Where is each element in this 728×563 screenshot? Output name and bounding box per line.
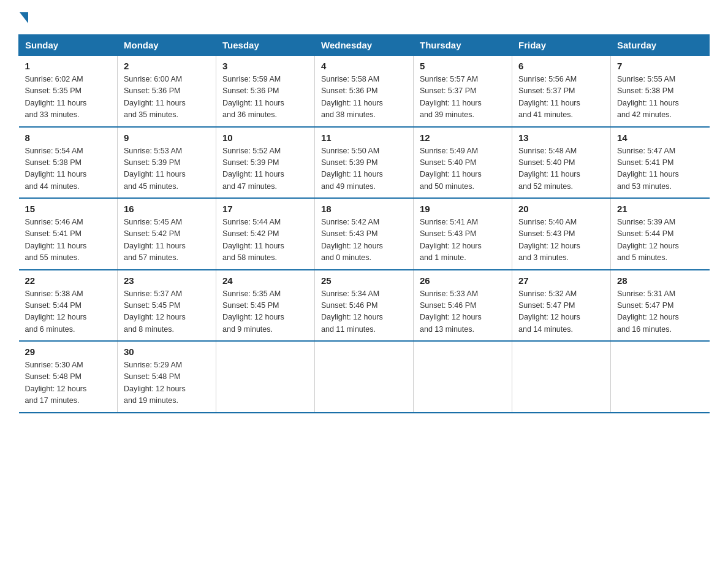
day-number: 21 <box>617 204 703 214</box>
calendar-cell: 23 Sunrise: 5:37 AMSunset: 5:45 PMDaylig… <box>118 270 216 342</box>
day-info: Sunrise: 5:41 AMSunset: 5:43 PMDaylight:… <box>420 216 506 264</box>
day-number: 5 <box>420 61 506 71</box>
calendar-cell: 11 Sunrise: 5:50 AMSunset: 5:39 PMDaylig… <box>315 127 414 199</box>
calendar-cell: 16 Sunrise: 5:45 AMSunset: 5:42 PMDaylig… <box>118 198 216 270</box>
header-wednesday: Wednesday <box>315 35 414 56</box>
calendar-cell: 29 Sunrise: 5:30 AMSunset: 5:48 PMDaylig… <box>19 341 118 413</box>
day-info: Sunrise: 5:39 AMSunset: 5:44 PMDaylight:… <box>617 216 703 264</box>
day-info: Sunrise: 5:48 AMSunset: 5:40 PMDaylight:… <box>518 145 604 193</box>
header-saturday: Saturday <box>611 35 710 56</box>
day-number: 27 <box>518 275 604 286</box>
day-number: 23 <box>124 275 210 286</box>
day-info: Sunrise: 5:53 AMSunset: 5:39 PMDaylight:… <box>124 145 210 193</box>
calendar-header-row: SundayMondayTuesdayWednesdayThursdayFrid… <box>19 35 710 56</box>
day-info: Sunrise: 5:30 AMSunset: 5:48 PMDaylight:… <box>25 359 112 407</box>
day-info: Sunrise: 5:35 AMSunset: 5:45 PMDaylight:… <box>222 288 308 336</box>
day-number: 24 <box>222 275 308 286</box>
day-number: 28 <box>617 275 703 286</box>
calendar-cell: 20 Sunrise: 5:40 AMSunset: 5:43 PMDaylig… <box>512 198 611 270</box>
calendar-cell: 8 Sunrise: 5:54 AMSunset: 5:38 PMDayligh… <box>19 127 118 199</box>
day-number: 17 <box>222 204 308 214</box>
day-info: Sunrise: 5:59 AMSunset: 5:36 PMDaylight:… <box>222 74 308 121</box>
header-friday: Friday <box>512 35 611 56</box>
day-info: Sunrise: 5:46 AMSunset: 5:41 PMDaylight:… <box>25 216 112 264</box>
day-info: Sunrise: 5:49 AMSunset: 5:40 PMDaylight:… <box>420 145 506 193</box>
calendar-cell: 4 Sunrise: 5:58 AMSunset: 5:36 PMDayligh… <box>315 56 414 127</box>
day-info: Sunrise: 5:31 AMSunset: 5:47 PMDaylight:… <box>617 288 703 336</box>
day-info: Sunrise: 5:44 AMSunset: 5:42 PMDaylight:… <box>222 216 308 264</box>
day-info: Sunrise: 6:00 AMSunset: 5:36 PMDaylight:… <box>124 74 210 121</box>
day-number: 11 <box>321 132 407 143</box>
calendar-cell <box>414 341 512 413</box>
calendar-table: SundayMondayTuesdayWednesdayThursdayFrid… <box>18 34 710 413</box>
calendar-cell: 13 Sunrise: 5:48 AMSunset: 5:40 PMDaylig… <box>512 127 611 199</box>
calendar-cell: 30 Sunrise: 5:29 AMSunset: 5:48 PMDaylig… <box>118 341 216 413</box>
day-info: Sunrise: 5:47 AMSunset: 5:41 PMDaylight:… <box>617 145 703 193</box>
day-number: 13 <box>518 132 604 143</box>
day-number: 14 <box>617 132 703 143</box>
calendar-cell: 3 Sunrise: 5:59 AMSunset: 5:36 PMDayligh… <box>216 56 315 127</box>
day-info: Sunrise: 5:34 AMSunset: 5:46 PMDaylight:… <box>321 288 407 336</box>
calendar-cell: 10 Sunrise: 5:52 AMSunset: 5:39 PMDaylig… <box>216 127 315 199</box>
calendar-cell: 27 Sunrise: 5:32 AMSunset: 5:47 PMDaylig… <box>512 270 611 342</box>
day-info: Sunrise: 5:42 AMSunset: 5:43 PMDaylight:… <box>321 216 407 264</box>
calendar-cell: 15 Sunrise: 5:46 AMSunset: 5:41 PMDaylig… <box>19 198 118 270</box>
day-number: 4 <box>321 61 407 71</box>
day-number: 10 <box>222 132 308 143</box>
calendar-cell: 1 Sunrise: 6:02 AMSunset: 5:35 PMDayligh… <box>19 56 118 127</box>
day-info: Sunrise: 5:32 AMSunset: 5:47 PMDaylight:… <box>518 288 604 336</box>
day-info: Sunrise: 5:52 AMSunset: 5:39 PMDaylight:… <box>222 145 308 193</box>
calendar-cell: 28 Sunrise: 5:31 AMSunset: 5:47 PMDaylig… <box>611 270 710 342</box>
calendar-cell: 9 Sunrise: 5:53 AMSunset: 5:39 PMDayligh… <box>118 127 216 199</box>
day-number: 6 <box>518 61 604 71</box>
calendar-week-row: 29 Sunrise: 5:30 AMSunset: 5:48 PMDaylig… <box>19 341 710 413</box>
calendar-week-row: 1 Sunrise: 6:02 AMSunset: 5:35 PMDayligh… <box>19 56 710 127</box>
day-number: 19 <box>420 204 506 214</box>
day-info: Sunrise: 5:58 AMSunset: 5:36 PMDaylight:… <box>321 74 407 121</box>
day-info: Sunrise: 5:54 AMSunset: 5:38 PMDaylight:… <box>25 145 112 193</box>
day-info: Sunrise: 5:56 AMSunset: 5:37 PMDaylight:… <box>518 74 604 121</box>
day-info: Sunrise: 5:29 AMSunset: 5:48 PMDaylight:… <box>124 359 210 407</box>
calendar-cell: 7 Sunrise: 5:55 AMSunset: 5:38 PMDayligh… <box>611 56 710 127</box>
header-sunday: Sunday <box>19 35 118 56</box>
day-number: 16 <box>124 204 210 214</box>
calendar-week-row: 22 Sunrise: 5:38 AMSunset: 5:44 PMDaylig… <box>19 270 710 342</box>
header-thursday: Thursday <box>414 35 512 56</box>
day-info: Sunrise: 5:55 AMSunset: 5:38 PMDaylight:… <box>617 74 703 121</box>
calendar-cell <box>315 341 414 413</box>
day-info: Sunrise: 5:38 AMSunset: 5:44 PMDaylight:… <box>25 288 112 336</box>
day-number: 18 <box>321 204 407 214</box>
day-number: 2 <box>124 61 210 71</box>
calendar-week-row: 8 Sunrise: 5:54 AMSunset: 5:38 PMDayligh… <box>19 127 710 199</box>
header-monday: Monday <box>118 35 216 56</box>
day-number: 3 <box>222 61 308 71</box>
day-info: Sunrise: 5:33 AMSunset: 5:46 PMDaylight:… <box>420 288 506 336</box>
calendar-cell: 2 Sunrise: 6:00 AMSunset: 5:36 PMDayligh… <box>118 56 216 127</box>
page-header <box>18 12 710 22</box>
day-number: 12 <box>420 132 506 143</box>
calendar-cell <box>216 341 315 413</box>
calendar-cell: 5 Sunrise: 5:57 AMSunset: 5:37 PMDayligh… <box>414 56 512 127</box>
day-info: Sunrise: 5:45 AMSunset: 5:42 PMDaylight:… <box>124 216 210 264</box>
day-number: 30 <box>124 347 210 357</box>
calendar-cell: 17 Sunrise: 5:44 AMSunset: 5:42 PMDaylig… <box>216 198 315 270</box>
calendar-cell: 25 Sunrise: 5:34 AMSunset: 5:46 PMDaylig… <box>315 270 414 342</box>
calendar-cell: 18 Sunrise: 5:42 AMSunset: 5:43 PMDaylig… <box>315 198 414 270</box>
header-tuesday: Tuesday <box>216 35 315 56</box>
calendar-cell: 26 Sunrise: 5:33 AMSunset: 5:46 PMDaylig… <box>414 270 512 342</box>
day-number: 25 <box>321 275 407 286</box>
calendar-cell <box>512 341 611 413</box>
calendar-week-row: 15 Sunrise: 5:46 AMSunset: 5:41 PMDaylig… <box>19 198 710 270</box>
day-number: 26 <box>420 275 506 286</box>
logo-arrow-icon <box>20 12 28 23</box>
day-number: 7 <box>617 61 703 71</box>
day-number: 20 <box>518 204 604 214</box>
calendar-cell: 14 Sunrise: 5:47 AMSunset: 5:41 PMDaylig… <box>611 127 710 199</box>
day-info: Sunrise: 5:57 AMSunset: 5:37 PMDaylight:… <box>420 74 506 121</box>
calendar-cell: 21 Sunrise: 5:39 AMSunset: 5:44 PMDaylig… <box>611 198 710 270</box>
day-number: 1 <box>25 61 112 71</box>
calendar-cell: 19 Sunrise: 5:41 AMSunset: 5:43 PMDaylig… <box>414 198 512 270</box>
day-info: Sunrise: 5:40 AMSunset: 5:43 PMDaylight:… <box>518 216 604 264</box>
day-number: 8 <box>25 132 112 143</box>
day-info: Sunrise: 6:02 AMSunset: 5:35 PMDaylight:… <box>25 74 112 121</box>
